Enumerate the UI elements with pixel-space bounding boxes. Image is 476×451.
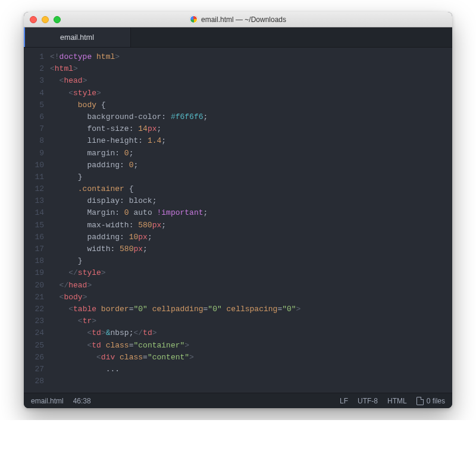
line-number: 21 [24,292,44,303]
code-line[interactable]: margin: 0; [50,148,452,159]
line-number: 15 [24,220,44,231]
code-line[interactable]: <body> [50,292,452,303]
status-bar: email.html 46:38 LF UTF-8 HTML 0 files [24,393,452,408]
line-number: 28 [24,375,44,387]
line-gutter: 1234567891011121314151617181920212223242… [24,48,50,393]
code-line[interactable]: <html> [50,63,452,75]
line-number: 16 [24,231,44,243]
code-line[interactable]: padding: 0; [50,159,452,171]
line-number: 23 [24,315,44,327]
code-line[interactable]: ... [50,364,452,375]
code-line[interactable]: .container { [50,183,452,195]
line-number: 8 [24,135,44,147]
titlebar[interactable]: email.html — ~/Downloads [24,12,452,27]
window-controls [30,16,61,23]
code-line[interactable]: display: block; [50,195,452,207]
line-number: 27 [24,364,44,375]
code-line[interactable]: <!doctype html> [50,51,452,63]
status-grammar[interactable]: HTML [387,397,407,405]
line-number: 13 [24,195,44,207]
line-number: 1 [24,51,44,63]
code-line[interactable]: background-color: #f6f6f6; [50,111,452,123]
editor-window: email.html — ~/Downloads email.html 1234… [24,12,452,408]
file-icon [416,397,424,405]
line-number: 9 [24,148,44,159]
line-number: 5 [24,99,44,111]
line-number: 24 [24,327,44,339]
code-line[interactable]: </head> [50,280,452,292]
status-encoding[interactable]: UTF-8 [358,397,378,405]
code-line[interactable]: <style> [50,87,452,99]
line-number: 14 [24,207,44,219]
app-icon [190,15,198,23]
code-line[interactable]: } [50,171,452,183]
code-line[interactable]: <table border="0" cellpadding="0" cellsp… [50,303,452,315]
code-line[interactable] [50,375,452,387]
line-number: 26 [24,352,44,364]
line-number: 7 [24,123,44,135]
code-line[interactable]: max-width: 580px; [50,220,452,231]
code-area[interactable]: <!doctype html><html> <head> <style> bod… [50,48,452,393]
line-number: 4 [24,87,44,99]
line-number: 18 [24,255,44,267]
line-number: 6 [24,111,44,123]
line-number: 3 [24,75,44,87]
code-line[interactable]: padding: 10px; [50,231,452,243]
line-number: 19 [24,267,44,279]
minimize-icon[interactable] [42,16,49,23]
editor[interactable]: 1234567891011121314151617181920212223242… [24,48,452,393]
line-number: 17 [24,243,44,255]
status-line-ending[interactable]: LF [340,397,348,405]
line-number: 11 [24,171,44,183]
zoom-icon[interactable] [54,16,61,23]
code-line[interactable]: body { [50,99,452,111]
status-files[interactable]: 0 files [416,397,445,405]
code-line[interactable]: <td>&nbsp;</td> [50,327,452,339]
code-line[interactable]: Margin: 0 auto !important; [50,207,452,219]
status-files-text: 0 files [427,397,445,405]
line-number: 12 [24,183,44,195]
tab-label: email.html [60,33,94,42]
tab-bar[interactable]: email.html [24,27,452,48]
code-line[interactable]: <td class="container"> [50,340,452,352]
tab-email-html[interactable]: email.html [24,27,131,47]
code-line[interactable]: </style> [50,267,452,279]
code-line[interactable]: <tr> [50,315,452,327]
window-title: email.html — ~/Downloads [24,15,452,24]
code-line[interactable]: width: 580px; [50,243,452,255]
line-number: 25 [24,340,44,352]
line-number: 20 [24,280,44,292]
code-line[interactable]: line-height: 1.4; [50,135,452,147]
status-cursor[interactable]: 46:38 [73,397,91,405]
code-line[interactable]: <div class="content"> [50,352,452,364]
code-line[interactable]: font-size: 14px; [50,123,452,135]
line-number: 22 [24,303,44,315]
window-title-text: email.html — ~/Downloads [201,15,286,24]
line-number: 10 [24,159,44,171]
status-filename[interactable]: email.html [31,397,64,405]
code-line[interactable]: <head> [50,75,452,87]
line-number: 2 [24,63,44,75]
code-line[interactable]: } [50,255,452,267]
close-icon[interactable] [30,16,37,23]
